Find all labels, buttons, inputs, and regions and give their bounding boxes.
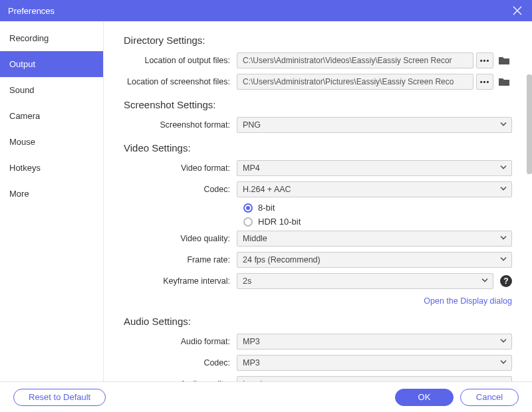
select-audio-quality[interactable]: Lossless [237,376,512,381]
radio-8bit-label: 8-bit [258,203,275,213]
chevron-down-icon [499,337,507,347]
radio-hdr10-row: HDR 10-bit [124,217,512,227]
content-wrap: Directory Settings: Location of output f… [104,21,532,381]
titlebar: Preferences [0,0,532,21]
select-video-codec[interactable]: H.264 + AAC [237,181,512,197]
chevron-down-icon [499,120,507,130]
label-screenshot-location: Location of screenshot files: [124,77,237,86]
row-video-codec: Codec: H.264 + AAC [124,181,512,197]
scrollbar-thumb[interactable] [527,74,532,174]
close-icon [513,6,522,15]
label-video-format: Video format: [124,163,237,173]
select-video-format[interactable]: MP4 [237,160,512,176]
content: Directory Settings: Location of output f… [104,21,532,381]
radio-8bit[interactable] [243,203,253,213]
radio-hdr10[interactable] [243,217,253,227]
select-value: PNG [243,120,261,130]
ok-button[interactable]: OK [395,389,454,406]
row-keyframe-interval: Keyframe interval: 2s ? [124,273,512,289]
select-audio-codec[interactable]: MP3 [237,355,512,371]
sidebar-item-camera[interactable]: Camera [0,103,103,129]
select-screenshot-format[interactable]: PNG [237,117,512,133]
folder-icon [498,77,510,86]
folder-icon [498,56,510,65]
close-button[interactable] [511,4,524,17]
cancel-button[interactable]: Cancel [460,389,519,406]
select-value: MP4 [243,163,260,173]
chevron-down-icon [499,379,507,382]
label-keyframe-interval: Keyframe interval: [124,276,237,286]
open-output-folder-button[interactable] [496,52,512,68]
open-display-dialog-link[interactable]: Open the Display dialog [424,296,512,306]
chevron-down-icon [499,163,507,173]
row-audio-codec: Codec: MP3 [124,355,512,371]
chevron-down-icon [499,255,507,265]
chevron-down-icon [499,234,507,244]
browse-screenshot-button[interactable]: ••• [476,74,493,90]
keyframe-help-button[interactable]: ? [500,275,512,287]
select-frame-rate[interactable]: 24 fps (Recommend) [237,252,512,268]
label-audio-format: Audio format: [124,337,237,346]
select-value: H.264 + AAC [243,185,291,194]
radio-hdr10-label: HDR 10-bit [258,217,301,227]
sidebar-item-recording[interactable]: Recording [0,25,103,51]
section-audio-title: Audio Settings: [124,316,512,327]
row-frame-rate: Frame rate: 24 fps (Recommend) [124,252,512,268]
row-output-location: Location of output files: C:\Users\Admin… [124,52,512,68]
display-link-row: Open the Display dialog [124,294,512,306]
select-video-quality[interactable]: Middle [237,231,512,247]
row-screenshot-format: Screenshot format: PNG [124,117,512,133]
label-audio-codec: Codec: [124,358,237,367]
select-audio-format[interactable]: MP3 [237,334,512,350]
open-screenshot-folder-button[interactable] [496,74,512,90]
browse-output-button[interactable]: ••• [476,52,493,68]
select-value: 24 fps (Recommend) [243,255,321,264]
chevron-down-icon [499,185,507,195]
row-audio-quality: Audio quality: Lossless [124,376,512,381]
window-title: Preferences [8,6,511,16]
sidebar-item-more[interactable]: More [0,181,103,207]
label-video-quality: Video quality: [124,234,237,243]
section-directory-title: Directory Settings: [124,35,512,46]
row-video-quality: Video quality: Middle [124,231,512,247]
label-screenshot-format: Screenshot format: [124,120,237,130]
section-screenshot-title: Screenshot Settings: [124,99,512,110]
chevron-down-icon [481,276,489,286]
radio-8bit-row: 8-bit [124,203,512,213]
input-output-location[interactable]: C:\Users\Administrator\Videos\Eassiy\Eas… [237,52,473,68]
row-screenshot-location: Location of screenshot files: C:\Users\A… [124,74,512,90]
sidebar-item-hotkeys[interactable]: Hotkeys [0,155,103,181]
main-area: Recording Output Sound Camera Mouse Hotk… [0,21,532,381]
sidebar-item-sound[interactable]: Sound [0,77,103,103]
select-value: Lossless [243,379,275,381]
row-audio-format: Audio format: MP3 [124,334,512,350]
reset-to-default-button[interactable]: Reset to Default [13,389,106,406]
label-frame-rate: Frame rate: [124,255,237,264]
label-output-location: Location of output files: [124,56,237,65]
label-video-codec: Codec: [124,185,237,194]
sidebar: Recording Output Sound Camera Mouse Hotk… [0,21,104,381]
footer: Reset to Default OK Cancel [0,381,532,412]
input-screenshot-location[interactable]: C:\Users\Administrator\Pictures\Eassiy\E… [237,74,473,90]
sidebar-item-output[interactable]: Output [0,51,103,77]
select-value: 2s [243,276,251,286]
select-value: MP3 [243,358,260,367]
chevron-down-icon [499,358,507,368]
select-value: MP3 [243,337,260,346]
label-audio-quality: Audio quality: [124,379,237,381]
select-keyframe-interval[interactable]: 2s [237,273,493,289]
row-video-format: Video format: MP4 [124,160,512,176]
sidebar-item-mouse[interactable]: Mouse [0,129,103,155]
section-video-title: Video Settings: [124,142,512,154]
select-value: Middle [243,234,267,243]
